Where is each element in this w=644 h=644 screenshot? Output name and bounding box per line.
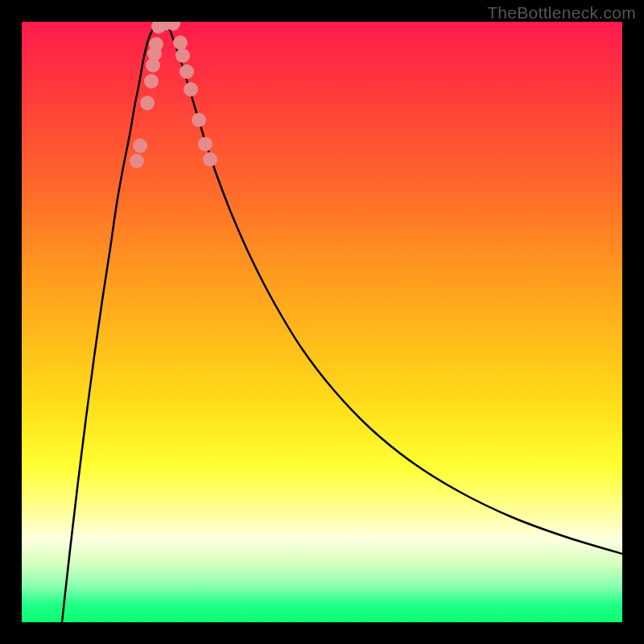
marker-dot (144, 74, 159, 89)
chart-container: TheBottleneck.com (0, 0, 644, 644)
plot-area (22, 22, 622, 622)
marker-dot (173, 35, 188, 50)
marker-dot (140, 96, 155, 110)
marker-dot (180, 64, 194, 79)
marker-dot (149, 37, 163, 52)
marker-dot (198, 137, 213, 151)
curve-right (167, 22, 622, 554)
marker-dot (192, 113, 206, 127)
watermark-text: TheBottleneck.com (487, 3, 636, 23)
chart-svg (22, 22, 622, 622)
marker-dot (133, 138, 147, 153)
marker-dot (130, 154, 144, 168)
marker-dot (203, 152, 217, 167)
marker-dot (175, 48, 190, 63)
marker-dot (184, 82, 198, 97)
curve-left (62, 22, 160, 622)
curve-dots (130, 22, 217, 168)
